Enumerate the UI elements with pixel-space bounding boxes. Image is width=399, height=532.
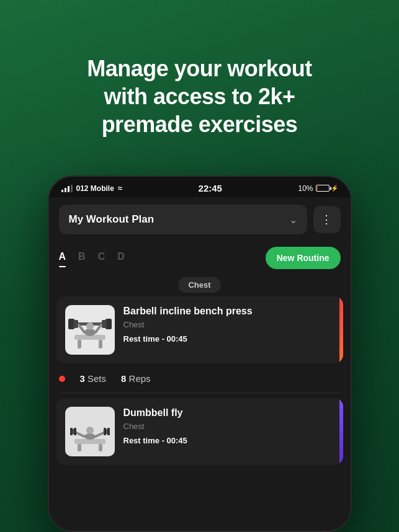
- svg-point-15: [84, 433, 96, 440]
- exercise-list: Chest: [49, 272, 351, 531]
- signal-icon: [61, 185, 73, 192]
- carrier-text: 012 Mobile: [76, 184, 114, 193]
- svg-rect-20: [70, 428, 73, 435]
- bolt-icon: ⚡: [331, 185, 338, 192]
- battery-icon: ⚡: [316, 185, 338, 192]
- exercise-rest-2: Rest time - 00:45: [123, 436, 330, 445]
- tabs-left: A B C D: [59, 251, 125, 265]
- svg-point-9: [86, 322, 94, 330]
- svg-rect-24: [107, 428, 110, 435]
- tabs-row: A B C D New Routine: [49, 242, 351, 272]
- svg-point-16: [86, 427, 94, 434]
- exercise-accent-red: [339, 296, 343, 363]
- tab-d[interactable]: D: [117, 251, 125, 265]
- tab-a[interactable]: A: [59, 251, 66, 265]
- dots-icon: ⋮: [321, 213, 333, 226]
- svg-rect-23: [104, 428, 106, 435]
- svg-rect-12: [74, 439, 105, 444]
- tab-c[interactable]: C: [98, 251, 105, 265]
- exercise-name-2: Dumbbell fly: [123, 407, 330, 420]
- app-header: My Workout Plan ⌄ ⋮: [49, 197, 351, 242]
- exercise-rest: Rest time - 00:45: [123, 334, 330, 344]
- chevron-down-icon: ⌄: [289, 214, 297, 226]
- app-content: My Workout Plan ⌄ ⋮ A B C D: [49, 197, 351, 531]
- exercise-info-dumbbell: Dumbbell fly Chest Rest time - 00:45: [123, 407, 334, 445]
- new-routine-button[interactable]: New Routine: [266, 247, 341, 269]
- svg-rect-21: [74, 428, 76, 435]
- svg-rect-2: [99, 340, 102, 348]
- plan-title: My Workout Plan: [69, 213, 155, 226]
- hero-section: Manage your workout with access to 2k+ p…: [0, 0, 399, 175]
- workout-plan-dropdown[interactable]: My Workout Plan ⌄: [59, 205, 307, 234]
- svg-rect-5: [73, 320, 78, 328]
- exercise-name: Barbell incline bench press: [123, 305, 330, 318]
- divider: [59, 392, 341, 393]
- svg-rect-7: [102, 320, 107, 328]
- phone-mockup: 012 Mobile ≈ 22:45 10% ⚡ My Workout Plan…: [48, 175, 352, 532]
- category-badge-chest: Chest: [49, 279, 351, 290]
- exercise-info-barbell: Barbell incline bench press Chest Rest t…: [123, 305, 334, 344]
- red-dot-icon: [59, 376, 65, 382]
- hero-title: Manage your workout with access to 2k+ p…: [37, 25, 362, 158]
- exercise-muscle: Chest: [123, 320, 330, 329]
- clock: 22:45: [199, 183, 222, 193]
- svg-rect-13: [78, 444, 81, 451]
- exercise-muscle-2: Chest: [123, 422, 330, 431]
- status-right: 10% ⚡: [298, 184, 338, 193]
- exercise-card-dumbbell[interactable]: Dumbbell fly Chest Rest time - 00:45: [56, 398, 343, 465]
- svg-rect-1: [78, 340, 81, 348]
- battery-pct: 10%: [298, 184, 313, 193]
- exercise-card-barbell[interactable]: Barbell incline bench press Chest Rest t…: [56, 296, 343, 363]
- exercise-image-barbell: [65, 305, 115, 355]
- svg-line-11: [96, 325, 101, 332]
- reps-item: 8 Reps: [121, 373, 151, 384]
- svg-line-10: [79, 325, 84, 332]
- sets-reps-row: 3 Sets 8 Reps: [49, 370, 351, 390]
- more-button[interactable]: ⋮: [313, 206, 341, 233]
- status-left: 012 Mobile ≈: [61, 184, 123, 193]
- exercise-accent-purple: [339, 398, 343, 465]
- exercise-image-dumbbell: [65, 407, 115, 456]
- status-bar: 012 Mobile ≈ 22:45 10% ⚡: [49, 177, 351, 197]
- sets-item: 3 Sets: [80, 373, 107, 384]
- wifi-icon: ≈: [118, 184, 122, 193]
- svg-rect-14: [99, 444, 102, 451]
- tab-b[interactable]: B: [78, 251, 86, 265]
